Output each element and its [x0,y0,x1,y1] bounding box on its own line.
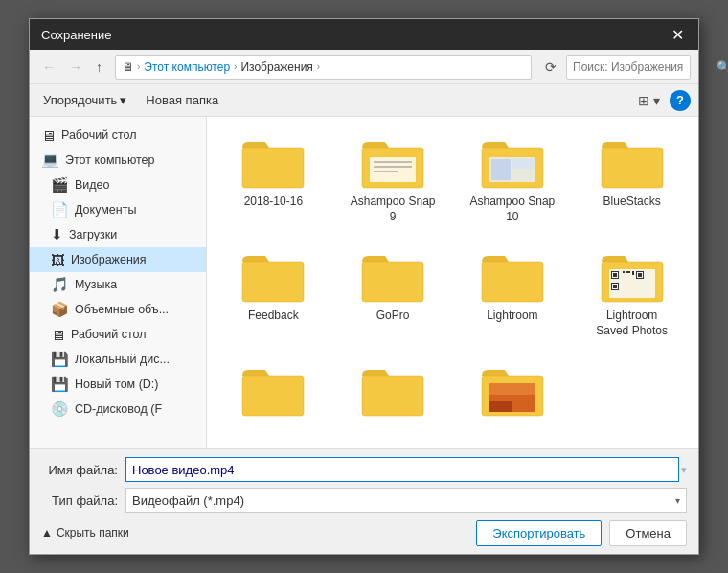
folder-icon [478,133,547,191]
footer-action-row: ▲ Скрыть папки Экспортировать Отмена [41,518,687,546]
list-item[interactable] [456,355,570,429]
localdisk-icon: 💾 [51,351,69,368]
video-icon: 🎬 [51,176,69,194]
file-name: Feedback [248,309,299,324]
folder-icon [358,361,427,419]
list-item[interactable]: 2018-10-16 [216,126,330,231]
filetype-dropdown[interactable]: Видеофайл (*.mp4) ▾ [125,488,687,513]
filetype-label: Тип файла: [41,493,118,508]
sidebar-label: Рабочий стол [61,128,136,142]
breadcrumb-computer[interactable]: Этот компьютер [144,60,230,74]
svg-rect-27 [623,271,625,273]
sidebar-item-desktop1[interactable]: 🖥 Рабочий стол [30,123,206,148]
search-icon: 🔍 [717,60,728,74]
breadcrumb-icon: 🖥 [122,60,133,74]
file-name: GoPro [376,309,410,324]
sidebar-label: Загрузки [69,228,117,241]
svg-rect-17 [362,262,423,302]
close-button[interactable]: ✕ [668,26,687,44]
3d-icon: 📦 [51,301,69,318]
svg-rect-35 [613,285,617,288]
svg-rect-44 [489,401,512,412]
sidebar-label: Видео [75,178,110,192]
list-item[interactable]: GoPro [336,241,450,345]
file-area[interactable]: 2018-10-16 [207,117,698,448]
list-item[interactable] [336,355,450,429]
export-button[interactable]: Экспортировать [476,520,602,546]
search-input[interactable] [573,60,717,74]
list-item[interactable]: Ashampoo Snap 9 [336,126,450,231]
search-box: 🔍 [566,55,691,80]
dialog-title: Сохранение [41,28,112,42]
hide-arrow-icon: ▲ [41,526,53,539]
sidebar-label: Объемные объ... [75,303,169,316]
sidebar-item-newvol[interactable]: 💾 Новый том (D:) [30,372,206,397]
new-folder-button[interactable]: Новая папка [140,90,224,110]
desktop2-icon: 🖥 [51,327,65,343]
back-button[interactable]: ← [37,57,60,78]
svg-rect-32 [638,273,642,277]
sidebar-item-images[interactable]: 🖼 Изображения [30,247,206,272]
svg-rect-0 [242,148,304,188]
folder-icon [598,133,667,191]
view-button[interactable]: ⊞ ▾ [632,90,666,111]
folder-icon [239,361,307,419]
sidebar-label: Изображения [71,253,147,266]
sidebar-item-3d[interactable]: 📦 Объемные объ... [30,297,206,322]
list-item[interactable] [216,355,330,429]
svg-rect-15 [242,262,304,302]
filename-input[interactable] [125,457,679,482]
svg-rect-29 [632,271,634,275]
list-item[interactable]: Ashampoo Snap 10 [456,126,570,231]
sidebar-label: Локальный дис... [75,353,170,366]
sidebar-item-desktop2[interactable]: 🖥 Рабочий стол [30,322,206,347]
sidebar-label: Документы [75,203,136,217]
hide-folders-button[interactable]: ▲ Скрыть папки [41,526,129,539]
cancel-button[interactable]: Отмена [609,520,687,546]
refresh-button[interactable]: ⟳ [539,57,562,78]
folder-icon [598,247,667,305]
sidebar-item-video[interactable]: 🎬 Видео [30,172,206,197]
folder-icon [239,133,307,191]
action-toolbar: Упорядочить ▾ Новая папка ⊞ ▾ ? [30,84,698,117]
list-item[interactable]: Feedback [216,241,330,345]
sidebar-item-localdisk[interactable]: 💾 Локальный дис... [30,347,206,372]
docs-icon: 📄 [51,201,69,218]
main-content: 🖥 Рабочий стол 💻 Этот компьютер 🎬 Видео … [30,117,698,448]
desktop-icon: 🖥 [41,127,56,144]
sidebar-label: Этот компьютер [65,153,154,167]
sidebar-item-cd[interactable]: 💿 CD-дисковод (F [30,397,206,422]
view-icon: ⊞ [638,93,649,108]
breadcrumb-separator2: › [234,61,237,72]
dropdown-arrow-icon: ▾ [675,495,680,506]
hide-folders-label: Скрыть папки [57,526,129,539]
sidebar-item-docs[interactable]: 📄 Документы [30,197,206,222]
svg-rect-4 [370,157,416,182]
list-item[interactable]: Lightroom Saved Photos [575,241,689,345]
forward-button[interactable]: → [64,57,87,78]
list-item[interactable]: Lightroom [456,241,570,345]
cd-icon: 💿 [51,401,69,418]
newvol-icon: 💾 [51,376,69,393]
sidebar-item-music[interactable]: 🎵 Музыка [30,272,206,297]
music-icon: 🎵 [51,276,69,293]
help-button[interactable]: ? [670,90,691,111]
filename-dropdown-arrow[interactable]: ▾ [681,464,687,476]
organize-arrow-icon: ▾ [120,93,126,107]
organize-label: Упорядочить [43,93,117,107]
filetype-value: Видеофайл (*.mp4) [132,493,244,508]
file-name: Lightroom Saved Photos [589,309,675,338]
computer-icon: 💻 [41,151,59,169]
titlebar: Сохранение ✕ [30,19,698,50]
svg-rect-38 [362,376,423,416]
list-item[interactable]: BlueStacks [575,126,689,231]
filename-label: Имя файла: [41,463,118,477]
up-button[interactable]: ↑ [91,57,107,78]
save-dialog: Сохранение ✕ ← → ↑ 🖥 › Этот компьютер › … [29,18,699,555]
folder-icon [358,247,427,305]
sidebar-item-computer[interactable]: 💻 Этот компьютер [30,148,206,172]
breadcrumb-images[interactable]: Изображения [240,60,312,74]
organize-button[interactable]: Упорядочить ▾ [37,90,132,110]
footer: Имя файла: ▾ Тип файла: Видеофайл (*.mp4… [30,448,698,554]
sidebar-item-downloads[interactable]: ⬇ Загрузки [30,222,206,247]
